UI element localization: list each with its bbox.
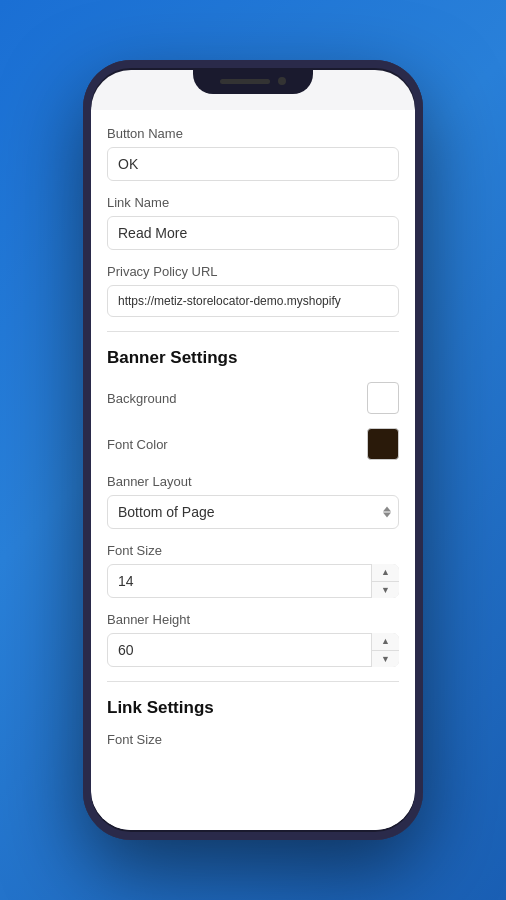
screen-content: Button Name Link Name Privacy Policy URL…: [91, 110, 415, 830]
banner-layout-label: Banner Layout: [107, 474, 399, 489]
font-size-decrement-button[interactable]: ▼: [372, 582, 399, 599]
button-name-input[interactable]: [107, 147, 399, 181]
font-color-label: Font Color: [107, 437, 168, 452]
background-color-row: Background: [107, 382, 399, 414]
banner-layout-group: Banner Layout Bottom of Page Top of Page…: [107, 474, 399, 529]
banner-height-group: Banner Height ▲ ▼: [107, 612, 399, 667]
phone-notch: [193, 68, 313, 94]
button-name-label: Button Name: [107, 126, 399, 141]
banner-height-increment-button[interactable]: ▲: [372, 633, 399, 651]
section-divider: [107, 331, 399, 332]
banner-height-label: Banner Height: [107, 612, 399, 627]
privacy-policy-input[interactable]: [107, 285, 399, 317]
banner-layout-select[interactable]: Bottom of Page Top of Page Floating: [107, 495, 399, 529]
font-size-arrows: ▲ ▼: [371, 564, 399, 598]
link-name-input[interactable]: [107, 216, 399, 250]
link-font-size-group: Font Size: [107, 732, 399, 747]
font-color-row: Font Color: [107, 428, 399, 460]
font-color-swatch[interactable]: [367, 428, 399, 460]
link-font-size-label: Font Size: [107, 732, 399, 747]
banner-height-decrement-button[interactable]: ▼: [372, 651, 399, 668]
background-color-swatch[interactable]: [367, 382, 399, 414]
link-name-label: Link Name: [107, 195, 399, 210]
camera: [278, 77, 286, 85]
link-settings-divider: [107, 681, 399, 682]
font-size-increment-button[interactable]: ▲: [372, 564, 399, 582]
phone-screen: Button Name Link Name Privacy Policy URL…: [91, 70, 415, 830]
font-size-input-wrapper: ▲ ▼: [107, 564, 399, 598]
banner-height-input-wrapper: ▲ ▼: [107, 633, 399, 667]
phone-frame: Button Name Link Name Privacy Policy URL…: [83, 60, 423, 840]
link-settings-title: Link Settings: [107, 698, 399, 718]
privacy-policy-group: Privacy Policy URL: [107, 264, 399, 317]
background-color-label: Background: [107, 391, 176, 406]
banner-settings-title: Banner Settings: [107, 348, 399, 368]
font-size-group: Font Size ▲ ▼: [107, 543, 399, 598]
banner-height-input[interactable]: [107, 633, 399, 667]
banner-height-arrows: ▲ ▼: [371, 633, 399, 667]
button-name-group: Button Name: [107, 126, 399, 181]
link-name-group: Link Name: [107, 195, 399, 250]
privacy-policy-label: Privacy Policy URL: [107, 264, 399, 279]
font-size-label: Font Size: [107, 543, 399, 558]
speaker: [220, 79, 270, 84]
banner-layout-select-wrapper: Bottom of Page Top of Page Floating: [107, 495, 399, 529]
font-size-input[interactable]: [107, 564, 399, 598]
